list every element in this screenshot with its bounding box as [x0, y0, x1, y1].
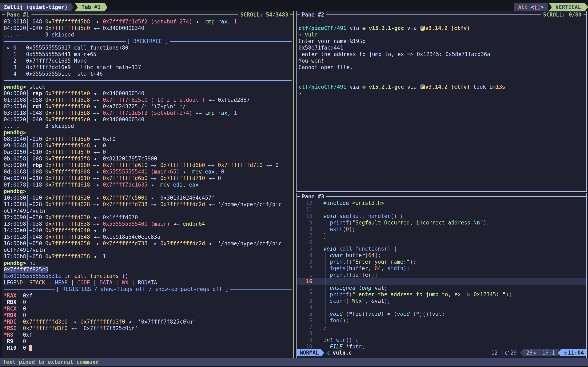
terminal-line: *RSI 0x7fffffffd3f0 ◂— '0x7ffff7f825c0\n…	[4, 325, 293, 332]
terminal-line: 17:00b8│+058 0x7fffffffd658 ◂— 1	[4, 253, 293, 260]
code-line[interactable]: 9 printf("Segfault Occurred, incorrect a…	[297, 219, 586, 226]
line-number: 8	[297, 330, 323, 337]
statusline-clock: ◷ 11:04	[558, 349, 586, 356]
code-line[interactable]: 8 exit(0);	[297, 226, 586, 233]
terminal-line: [ BACKTRACE ]	[4, 38, 293, 44]
line-number: 9	[297, 219, 323, 226]
code-line[interactable]: 2 fgets(buffer, 64, stdin);	[297, 265, 586, 272]
keybind-hint: Alt < [] >	[514, 3, 548, 11]
terminal-line: *R8 0xf	[4, 332, 293, 338]
code-line[interactable]: 10 FILE *fptr;	[297, 343, 586, 349]
terminal-line: 04:0020│-040 0x7fffffffd5c0 ◂— 0x3400000…	[4, 25, 293, 31]
clock-icon: ◷	[564, 350, 568, 356]
code-line[interactable]: 2 printf(" enter the address to jump to,…	[297, 291, 586, 298]
terminal-line: 01:0008│-058 0x7fffffffd5a8 —▸ 0x7ffff7f…	[4, 97, 293, 103]
pane-2-scroll-indicator: SCROLL: 0/80	[541, 11, 584, 18]
code-line[interactable]: 5void call_functions() {	[297, 245, 586, 252]
code-line[interactable]: 7}	[297, 233, 586, 239]
terminal-cursor	[29, 345, 32, 351]
code-line[interactable]: 5 void (*foo)(void) = (void (*)())val;	[297, 311, 586, 317]
hint-alt-label: Alt	[518, 4, 528, 10]
package-icon: ⬡	[505, 350, 510, 356]
terminal-line: LEGEND: STACK | HEAP | CODE | DATA | WX …	[4, 279, 293, 286]
pane-3-neovim[interactable]: Pane #3 12#include <unistd.h>1110void se…	[296, 193, 587, 358]
terminal-line: *RDI 0x7fffffffd3c0 —▸ 0x7fffffffd3f0 ◂—…	[4, 318, 293, 325]
code-line[interactable]: 1 unsigned long val;	[297, 285, 586, 291]
code-line-current[interactable]: 16	[297, 278, 586, 285]
terminal-line: 0a:0050│-010 0x7fffffffd5f0 ◂— 0	[4, 149, 293, 155]
code-line[interactable]: 6 foo();	[297, 317, 586, 324]
terminal-line	[298, 71, 586, 77]
code-line[interactable]: 1 printf(buffer);	[297, 272, 586, 278]
status-message: Text piped to external command	[3, 359, 99, 365]
indent-scope-guide	[325, 252, 325, 324]
terminal-line: R10 0	[4, 345, 293, 351]
code-line[interactable]: 10void segfault_handler() {	[297, 213, 586, 219]
terminal-line: 3 0x7ffff7dc16e9 __libc_start_main+137	[4, 64, 293, 71]
terminal-line: Enter your name:%19$p	[298, 38, 586, 44]
pane-3-titlebar: Pane #3	[297, 193, 586, 200]
terminal-line: Cannot open file.	[298, 64, 586, 71]
code-line[interactable]: 6	[297, 239, 586, 245]
code-line[interactable]: 3 scanf("%lx", &val);	[297, 298, 586, 304]
terminal-line: 10:0080│+020 0x7fffffffd620 —▸ 0x7ffff7f…	[4, 194, 293, 201]
terminal-line: ctf/picoCTF/491 via ⊚ v15.2.1-gcc via v3…	[298, 83, 586, 90]
terminal-line: [ REGISTERS / show-flags off / show-comp…	[4, 286, 293, 292]
pane-1-scroll-indicator: SCROLL: 54/3483	[238, 11, 290, 18]
line-number: 3	[297, 298, 323, 304]
gcc-icon: ⊚	[362, 25, 369, 31]
code-line[interactable]: 4	[297, 304, 586, 311]
code-line[interactable]: 9int win() {	[297, 337, 586, 343]
pane-2-shell[interactable]: Pane #2 SCROLL: 0/80 ctf/picoCTF/491 via…	[296, 11, 587, 192]
terminal-line: 03:0018│-048 0x7fffffffd5b8 —▸ 0x7ffff7e…	[4, 110, 293, 116]
pane-3-title: Pane #3	[300, 193, 326, 200]
code-line[interactable]: 3 printf("Enter your name:");	[297, 259, 586, 265]
tab-1-label: Tab #1	[81, 4, 101, 10]
terminal-line: oCTF/491/vuln'	[4, 247, 293, 253]
terminal-line: 0c:0060│ rbp 0x7fffffffd600 —▸ 0x7ffffff…	[4, 162, 293, 168]
code-line[interactable]: 4 char buffer[64];	[297, 252, 586, 259]
pane-2-titlebar: Pane #2 SCROLL: 0/80	[297, 11, 586, 18]
editor-buffer[interactable]: 12#include <unistd.h>1110void segfault_h…	[297, 200, 586, 349]
session-name-label: Zellij (quiet-tiger)	[4, 4, 68, 10]
terminal-line: 0x000055555555531c in call_functions ()	[4, 273, 293, 279]
pane-1-title: Pane #1	[5, 11, 31, 18]
mode-indicator-vertical: VERTICAL	[549, 3, 588, 11]
shell-terminal-output: ctf/picoCTF/491 via ⊚ v15.2.1-gcc via v3…	[297, 18, 586, 97]
terminal-line: pwndbg> stack	[4, 83, 293, 90]
time-label: 11:04	[568, 350, 584, 356]
line-number: 3	[297, 259, 323, 265]
statusline-position: 28% 16:1	[520, 349, 559, 356]
code-line[interactable]: 11	[297, 206, 586, 213]
terminal-line: 03:0018│-048 0x7fffffffd5b8 —▸ 0x7ffff7e…	[4, 18, 293, 25]
code-line[interactable]: 7}	[297, 324, 586, 330]
terminal-line: R9 0	[4, 338, 293, 345]
terminal-line: *RAX 0xf	[4, 292, 293, 299]
terminal-line: 00:0000│ rsp 0x7fffffffd5a0 ◂— 0x3400000…	[4, 90, 293, 97]
code-line[interactable]: 12#include <unistd.h>	[297, 200, 586, 206]
pane-1-pwndbg[interactable]: Pane #1 SCROLL: 54/3483 03:0018│-048 0x7…	[2, 11, 294, 358]
python-icon	[420, 84, 425, 89]
terminal-line	[298, 77, 586, 83]
terminal-line: 11:0088│+028 0x7fffffffd628 —▸ 0x7ffffff…	[4, 201, 293, 208]
terminal-line: ... ↓ 3 skipped	[4, 123, 293, 129]
terminal-line: RBX 0	[4, 299, 293, 305]
line-number: 1	[297, 272, 323, 278]
terminal-line: pwndbg> ni	[4, 260, 293, 266]
gcc-icon: ⊚	[362, 84, 369, 90]
terminal-line: 15:00a8│+048 0x7fffffffd648 ◂— 0x1c918a5…	[4, 234, 293, 240]
line-number: 2	[297, 265, 323, 272]
line-number: 12	[297, 200, 323, 206]
scroll-percent: 28%	[526, 350, 536, 356]
terminal-line: pwndbg>	[4, 188, 293, 194]
code-line[interactable]: 8	[297, 330, 586, 337]
line-number: 16	[297, 278, 323, 285]
terminal-line: 14:00a0│+040 0x7fffffffd640 ◂— 0	[4, 227, 293, 234]
terminal-line: ›	[298, 90, 586, 97]
terminal-line: pwndbg>	[4, 129, 293, 136]
tab-1[interactable]: Tab #1	[75, 3, 108, 11]
terminal-line: ctf/picoCTF/491 via ⊚ v15.2.1-gcc via v3…	[298, 25, 586, 31]
line-number: 4	[297, 304, 323, 311]
terminal-line: 0b:0058│-008 0x7fffffffd5f8 ◂— 0x8212017…	[4, 155, 293, 162]
statusline: NORMAL c vuln.c 12 ⟨ ⬡ 29 28% 16:1 ◷ 11:…	[297, 349, 586, 356]
